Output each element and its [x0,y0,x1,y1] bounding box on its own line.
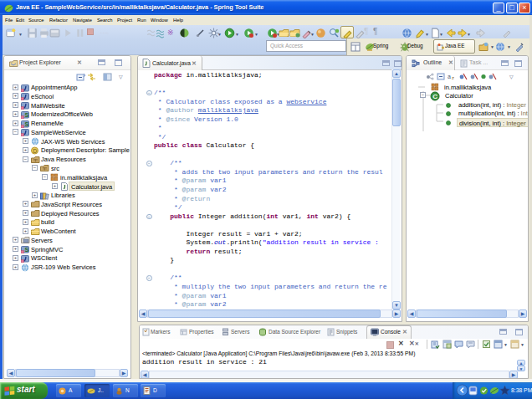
svg-text:D: D [33,147,38,153]
svg-text:S: S [25,247,29,253]
svg-text:S: S [25,121,29,127]
svg-text:※: ※ [167,28,174,37]
svg-text:a: a [448,74,451,79]
svg-text:S: S [25,112,29,118]
svg-text:C: C [432,93,437,100]
